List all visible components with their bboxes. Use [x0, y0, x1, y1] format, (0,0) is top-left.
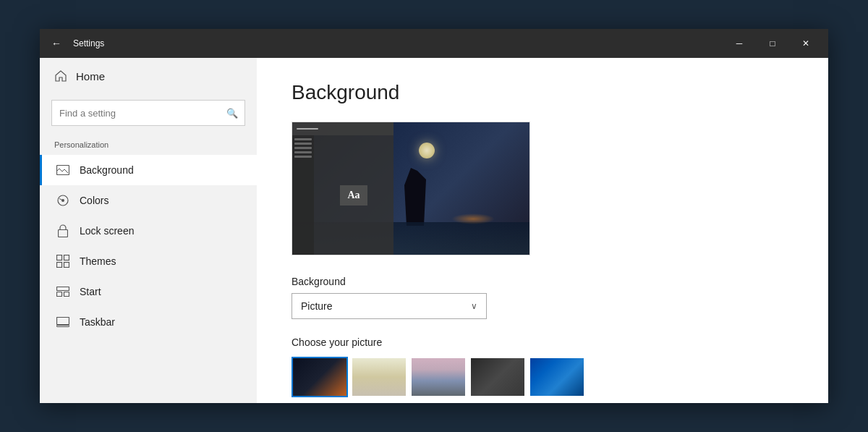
section-label: Personalization	[40, 137, 257, 155]
sidebar-item-start[interactable]: Start	[40, 276, 257, 307]
sidebar-item-taskbar[interactable]: Taskbar	[40, 307, 257, 337]
sidebar-item-colors[interactable]: Colors	[40, 185, 257, 216]
settings-window: ← Settings ─ □ ✕ Home 🔍	[40, 29, 828, 403]
svg-rect-9	[57, 292, 62, 297]
svg-rect-7	[64, 263, 69, 268]
sidebar-item-start-label: Start	[80, 286, 101, 297]
thumb-image-3	[412, 358, 465, 396]
dropdown-value: Picture	[301, 300, 333, 312]
picture-thumb-5[interactable]	[529, 357, 585, 397]
svg-rect-4	[57, 255, 62, 261]
sidebar-item-taskbar-label: Taskbar	[80, 316, 115, 328]
search-icon: 🔍	[226, 108, 238, 119]
preview-aa-text: Aa	[340, 185, 367, 206]
preview-sidebar-line-3	[294, 147, 312, 149]
picture-grid	[292, 357, 793, 397]
picture-thumb-3[interactable]	[410, 357, 467, 397]
page-title: Background	[292, 81, 793, 104]
preview-sidebar	[292, 135, 314, 255]
titlebar: ← Settings ─ □ ✕	[40, 29, 828, 58]
sidebar-item-themes[interactable]: Themes	[40, 246, 257, 276]
sidebar-item-lock-screen[interactable]: Lock screen	[40, 216, 257, 246]
svg-rect-12	[57, 326, 69, 327]
thumb-image-2	[352, 358, 406, 396]
thumb-image-4	[471, 358, 524, 396]
svg-rect-8	[57, 287, 69, 291]
sidebar-search: 🔍	[51, 100, 245, 126]
preview-boat-glow	[451, 213, 495, 224]
search-input[interactable]	[51, 100, 245, 126]
themes-icon	[56, 255, 69, 268]
preview-body: Aa	[292, 135, 393, 255]
minimize-button[interactable]: ─	[723, 29, 756, 58]
window-controls: ─ □ ✕	[723, 29, 822, 58]
maximize-button[interactable]: □	[756, 29, 789, 58]
colors-icon	[56, 194, 69, 207]
preview-content-area: Aa	[314, 135, 393, 255]
svg-rect-6	[57, 263, 62, 268]
picture-thumb-2[interactable]	[351, 357, 407, 397]
sidebar-item-background[interactable]: Background	[40, 155, 257, 185]
preview-ui-overlay: Aa	[292, 122, 393, 255]
background-section-label: Background	[292, 276, 793, 287]
sidebar-item-background-label: Background	[80, 164, 134, 176]
svg-rect-10	[64, 292, 69, 297]
preview-sidebar-line-4	[294, 151, 312, 153]
preview-moon	[419, 143, 435, 158]
picture-thumb-4[interactable]	[469, 357, 526, 397]
window-title: Settings	[73, 38, 723, 48]
background-type-dropdown[interactable]: Picture ∨	[292, 293, 487, 319]
svg-point-2	[61, 199, 64, 202]
home-icon	[54, 69, 67, 82]
thumb-image-5	[530, 358, 584, 396]
preview-sidebar-line-1	[294, 138, 312, 140]
start-icon	[56, 285, 69, 298]
preview-background: Aa	[292, 122, 529, 255]
sidebar: Home 🔍 Personalization Background	[40, 58, 257, 403]
svg-rect-3	[59, 230, 68, 237]
window-body: Home 🔍 Personalization Background	[40, 58, 828, 403]
choose-picture-label: Choose your picture	[292, 336, 793, 348]
preview-sidebar-line-2	[294, 143, 312, 145]
background-icon	[56, 164, 69, 177]
sidebar-item-lock-screen-label: Lock screen	[80, 225, 134, 237]
preview-topbar	[292, 122, 393, 135]
sidebar-item-home[interactable]: Home	[40, 58, 257, 94]
sidebar-item-themes-label: Themes	[80, 255, 116, 267]
taskbar-icon	[56, 315, 69, 329]
svg-rect-0	[57, 166, 69, 175]
main-content: Background	[257, 58, 828, 403]
preview-area: Aa	[292, 122, 530, 255]
home-label: Home	[76, 70, 105, 82]
preview-rock	[404, 168, 426, 226]
svg-rect-5	[64, 255, 69, 261]
svg-rect-11	[57, 318, 69, 325]
preview-sidebar-line-5	[294, 156, 312, 158]
sidebar-item-colors-label: Colors	[80, 195, 109, 206]
close-button[interactable]: ✕	[789, 29, 822, 58]
lock-screen-icon	[56, 224, 69, 237]
chevron-down-icon: ∨	[471, 301, 477, 311]
preview-topbar-line	[297, 128, 318, 130]
back-button[interactable]: ←	[46, 33, 67, 54]
picture-thumb-1[interactable]	[292, 357, 348, 397]
thumb-image-1	[293, 358, 346, 396]
